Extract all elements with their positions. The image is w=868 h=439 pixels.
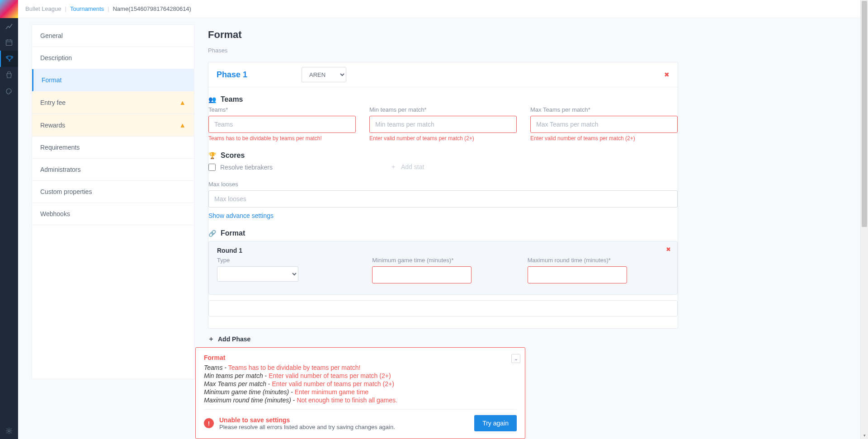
window-scrollbar[interactable]: ▴ ▾ bbox=[860, 0, 868, 397]
content: Format Phases Phase 1 AREN ✖ 👥 Teams bbox=[194, 24, 692, 379]
add-stat-button[interactable]: ＋ Add stat bbox=[390, 163, 424, 171]
teams-error: Teams has to be dividable by teams per m… bbox=[208, 135, 356, 142]
teams-label: Teams* bbox=[208, 106, 356, 113]
resolve-tiebreakers-label: Resolve tiebrakers bbox=[220, 164, 273, 171]
min-teams-input[interactable] bbox=[369, 116, 517, 133]
trophy-small-icon: 🏆 bbox=[208, 152, 216, 159]
round-card: Round 1 ✖ Type Minimum game time (minute… bbox=[208, 241, 678, 295]
scores-heading: Scores bbox=[221, 151, 245, 160]
max-round-time-input[interactable] bbox=[528, 266, 627, 283]
nav-administrators[interactable]: Administrators bbox=[32, 159, 194, 181]
delete-phase-button[interactable]: ✖ bbox=[664, 71, 670, 78]
add-phase-button[interactable]: ＋ Add Phase bbox=[208, 335, 678, 343]
breadcrumb-tournaments[interactable]: Tournaments bbox=[70, 5, 104, 12]
calendar-icon[interactable] bbox=[0, 34, 18, 51]
next-round-placeholder bbox=[208, 300, 678, 316]
nav-entry-fee[interactable]: Entry fee▲ bbox=[32, 91, 194, 114]
plus-icon: ＋ bbox=[390, 163, 396, 171]
min-teams-error: Enter valid number of teams per match (2… bbox=[369, 135, 517, 142]
popover-title: Format bbox=[204, 354, 517, 361]
min-teams-label: Min teams per match* bbox=[369, 106, 517, 113]
popover-line: Min teams per match - Enter valid number… bbox=[204, 372, 517, 379]
nav-format[interactable]: Format bbox=[32, 69, 194, 91]
phases-label: Phases bbox=[208, 47, 678, 54]
people-icon: 👥 bbox=[208, 96, 216, 103]
max-looses-input[interactable] bbox=[208, 190, 678, 208]
nav-rewards[interactable]: Rewards▲ bbox=[32, 114, 194, 137]
iconbar bbox=[0, 0, 18, 397]
page-title: Format bbox=[208, 29, 678, 41]
round-type-select[interactable] bbox=[217, 266, 298, 282]
max-teams-error: Enter valid number of teams per match (2… bbox=[530, 135, 678, 142]
breadcrumb: Bullet League | Tournaments | Name(15460… bbox=[18, 0, 868, 18]
popover-line: Teams - Teams has to be dividable by tea… bbox=[204, 364, 517, 371]
popover-line: Max Teams per match - Enter valid number… bbox=[204, 380, 517, 387]
delete-round-button[interactable]: ✖ bbox=[666, 246, 671, 253]
warning-icon: ▲ bbox=[179, 99, 186, 106]
breadcrumb-root: Bullet League bbox=[25, 5, 61, 12]
resolve-tiebreakers-checkbox[interactable]: Resolve tiebrakers bbox=[208, 164, 273, 171]
scroll-thumb[interactable] bbox=[862, 1, 867, 227]
plus-icon: ＋ bbox=[208, 335, 214, 343]
link-icon: 🔗 bbox=[208, 230, 216, 237]
show-advance-settings[interactable]: Show advance settings bbox=[208, 212, 274, 219]
resolve-tiebreakers-input[interactable] bbox=[208, 164, 216, 171]
svg-rect-0 bbox=[6, 40, 12, 46]
app-logo bbox=[0, 0, 18, 18]
max-teams-input[interactable] bbox=[530, 116, 678, 133]
nav-webhooks[interactable]: Webhooks bbox=[32, 203, 194, 225]
popover-line: Maximum round time (minutes) - Not enoug… bbox=[204, 397, 517, 397]
teams-input[interactable] bbox=[208, 116, 356, 133]
popover-collapse-button[interactable]: ⌄ bbox=[511, 354, 520, 363]
breadcrumb-sep: | bbox=[108, 5, 109, 12]
min-game-time-label: Minimum game time (minutes)* bbox=[372, 257, 514, 264]
palette-icon[interactable] bbox=[0, 83, 18, 99]
round-type-label: Type bbox=[217, 257, 359, 264]
phase-name: Phase 1 bbox=[217, 70, 247, 80]
nav-description[interactable]: Description bbox=[32, 47, 194, 69]
format-heading: Format bbox=[221, 229, 245, 237]
max-round-time-label: Maximum round time (minutes)* bbox=[528, 257, 669, 264]
teams-heading: Teams bbox=[221, 95, 243, 104]
max-looses-label: Max looses bbox=[208, 181, 678, 188]
popover-line: Minimum game time (minutes) - Enter mini… bbox=[204, 388, 517, 396]
nav-custom-properties[interactable]: Custom properties bbox=[32, 181, 194, 203]
max-teams-label: Max Teams per match* bbox=[530, 106, 678, 113]
nav-requirements[interactable]: Requirements bbox=[32, 137, 194, 159]
shop-icon[interactable] bbox=[0, 67, 18, 83]
breadcrumb-sep: | bbox=[65, 5, 66, 12]
nav-general[interactable]: General bbox=[32, 25, 194, 47]
analytics-icon[interactable] bbox=[0, 18, 18, 34]
phase-type-select[interactable]: AREN bbox=[302, 67, 346, 82]
warning-icon: ▲ bbox=[179, 121, 186, 129]
section-nav: General Description Format Entry fee▲ Re… bbox=[32, 24, 194, 379]
phase-card: Phase 1 AREN ✖ 👥 Teams bbox=[208, 62, 678, 329]
error-popover: ⌄ Format Teams - Teams has to be dividab… bbox=[195, 347, 525, 397]
breadcrumb-current: Name(1546079817642806​14) bbox=[113, 5, 191, 12]
min-game-time-input[interactable] bbox=[372, 266, 472, 283]
round-title: Round 1 bbox=[217, 247, 669, 254]
trophy-icon[interactable] bbox=[0, 51, 18, 67]
